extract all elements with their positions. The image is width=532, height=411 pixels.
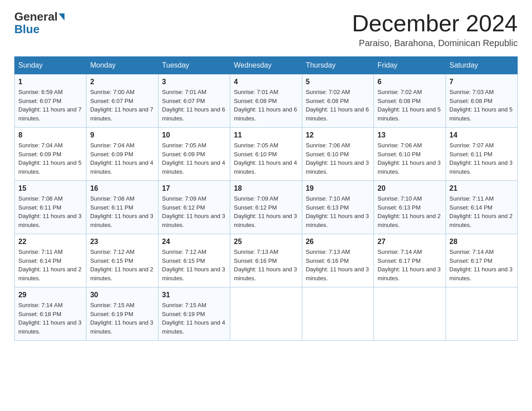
day-info: Sunrise: 7:12 AMSunset: 6:15 PMDaylight:… <box>162 248 226 283</box>
day-number: 4 <box>234 78 298 86</box>
day-info: Sunrise: 7:03 AMSunset: 6:08 PMDaylight:… <box>450 88 514 123</box>
calendar-table: Sunday Monday Tuesday Wednesday Thursday… <box>14 56 518 341</box>
calendar-cell: 19Sunrise: 7:10 AMSunset: 6:13 PMDayligh… <box>302 181 373 234</box>
day-number: 5 <box>306 78 370 86</box>
col-wednesday: Wednesday <box>230 57 302 74</box>
calendar-cell <box>230 287 302 341</box>
logo-arrow-icon <box>59 13 64 21</box>
calendar-cell: 27Sunrise: 7:14 AMSunset: 6:17 PMDayligh… <box>374 234 446 287</box>
calendar-cell: 2Sunrise: 7:00 AMSunset: 6:07 PMDaylight… <box>86 74 158 128</box>
day-info: Sunrise: 7:08 AMSunset: 6:11 PMDaylight:… <box>90 194 154 229</box>
day-info: Sunrise: 7:15 AMSunset: 6:19 PMDaylight:… <box>162 301 226 336</box>
calendar-cell: 16Sunrise: 7:08 AMSunset: 6:11 PMDayligh… <box>86 181 158 234</box>
calendar-week-row: 15Sunrise: 7:08 AMSunset: 6:11 PMDayligh… <box>15 181 518 234</box>
title-block: December 2024 Paraiso, Barahona, Dominic… <box>352 11 518 48</box>
calendar-cell: 14Sunrise: 7:07 AMSunset: 6:11 PMDayligh… <box>446 128 517 181</box>
calendar-cell: 7Sunrise: 7:03 AMSunset: 6:08 PMDaylight… <box>446 74 517 128</box>
calendar-cell: 25Sunrise: 7:13 AMSunset: 6:16 PMDayligh… <box>230 234 302 287</box>
calendar-cell: 4Sunrise: 7:01 AMSunset: 6:08 PMDaylight… <box>230 74 302 128</box>
day-info: Sunrise: 7:13 AMSunset: 6:16 PMDaylight:… <box>306 248 370 283</box>
day-number: 30 <box>90 291 154 299</box>
day-number: 11 <box>234 131 298 139</box>
col-tuesday: Tuesday <box>158 57 230 74</box>
day-number: 3 <box>162 78 226 86</box>
day-info: Sunrise: 7:14 AMSunset: 6:17 PMDaylight:… <box>450 248 514 283</box>
calendar-cell: 5Sunrise: 7:02 AMSunset: 6:08 PMDaylight… <box>302 74 373 128</box>
day-number: 8 <box>18 131 82 139</box>
day-info: Sunrise: 7:10 AMSunset: 6:13 PMDaylight:… <box>378 194 442 229</box>
calendar-cell: 24Sunrise: 7:12 AMSunset: 6:15 PMDayligh… <box>158 234 230 287</box>
calendar-cell: 23Sunrise: 7:12 AMSunset: 6:15 PMDayligh… <box>86 234 158 287</box>
day-info: Sunrise: 7:02 AMSunset: 6:08 PMDaylight:… <box>306 88 370 123</box>
day-info: Sunrise: 7:04 AMSunset: 6:09 PMDaylight:… <box>18 141 82 176</box>
day-number: 6 <box>378 78 442 86</box>
day-info: Sunrise: 7:10 AMSunset: 6:13 PMDaylight:… <box>306 194 370 229</box>
calendar-cell: 26Sunrise: 7:13 AMSunset: 6:16 PMDayligh… <box>302 234 373 287</box>
calendar-week-row: 22Sunrise: 7:11 AMSunset: 6:14 PMDayligh… <box>15 234 518 287</box>
day-info: Sunrise: 7:05 AMSunset: 6:10 PMDaylight:… <box>234 141 298 176</box>
col-sunday: Sunday <box>15 57 86 74</box>
location-title: Paraiso, Barahona, Dominican Republic <box>352 38 518 48</box>
calendar-week-row: 29Sunrise: 7:14 AMSunset: 6:18 PMDayligh… <box>15 287 518 341</box>
calendar-cell: 13Sunrise: 7:06 AMSunset: 6:10 PMDayligh… <box>374 128 446 181</box>
day-number: 19 <box>306 184 370 193</box>
calendar-cell: 20Sunrise: 7:10 AMSunset: 6:13 PMDayligh… <box>374 181 446 234</box>
day-info: Sunrise: 7:02 AMSunset: 6:08 PMDaylight:… <box>378 88 442 123</box>
day-info: Sunrise: 7:09 AMSunset: 6:12 PMDaylight:… <box>234 194 298 229</box>
day-info: Sunrise: 7:13 AMSunset: 6:16 PMDaylight:… <box>234 248 298 283</box>
day-number: 7 <box>450 78 514 86</box>
day-number: 27 <box>378 238 442 246</box>
calendar-cell: 10Sunrise: 7:05 AMSunset: 6:09 PMDayligh… <box>158 128 230 181</box>
day-number: 10 <box>162 131 226 139</box>
col-thursday: Thursday <box>302 57 373 74</box>
calendar-cell <box>302 287 373 341</box>
day-number: 20 <box>378 184 442 193</box>
day-number: 17 <box>162 184 226 193</box>
day-number: 2 <box>90 78 154 86</box>
day-number: 28 <box>450 238 514 246</box>
day-info: Sunrise: 7:12 AMSunset: 6:15 PMDaylight:… <box>90 248 154 283</box>
page-header: General Blue December 2024 Paraiso, Bara… <box>14 11 518 48</box>
day-info: Sunrise: 7:11 AMSunset: 6:14 PMDaylight:… <box>450 194 514 229</box>
calendar-cell: 9Sunrise: 7:04 AMSunset: 6:09 PMDaylight… <box>86 128 158 181</box>
header-row: Sunday Monday Tuesday Wednesday Thursday… <box>15 57 518 74</box>
col-monday: Monday <box>86 57 158 74</box>
month-title: December 2024 <box>352 11 518 36</box>
day-info: Sunrise: 7:07 AMSunset: 6:11 PMDaylight:… <box>450 141 514 176</box>
day-number: 12 <box>306 131 370 139</box>
day-info: Sunrise: 7:05 AMSunset: 6:09 PMDaylight:… <box>162 141 226 176</box>
calendar-body: 1Sunrise: 6:59 AMSunset: 6:07 PMDaylight… <box>15 74 518 341</box>
day-number: 29 <box>18 291 82 299</box>
calendar-cell: 15Sunrise: 7:08 AMSunset: 6:11 PMDayligh… <box>15 181 86 234</box>
day-info: Sunrise: 7:09 AMSunset: 6:12 PMDaylight:… <box>162 194 226 229</box>
day-number: 25 <box>234 238 298 246</box>
logo: General Blue <box>14 11 64 36</box>
day-info: Sunrise: 7:14 AMSunset: 6:17 PMDaylight:… <box>378 248 442 283</box>
day-number: 14 <box>450 131 514 139</box>
logo-blue: Blue <box>14 22 39 36</box>
day-number: 21 <box>450 184 514 193</box>
day-info: Sunrise: 7:04 AMSunset: 6:09 PMDaylight:… <box>90 141 154 176</box>
day-number: 23 <box>90 238 154 246</box>
day-number: 16 <box>90 184 154 193</box>
calendar-cell <box>446 287 517 341</box>
day-info: Sunrise: 7:01 AMSunset: 6:08 PMDaylight:… <box>234 88 298 123</box>
day-number: 22 <box>18 238 82 246</box>
day-number: 24 <box>162 238 226 246</box>
calendar-cell: 12Sunrise: 7:06 AMSunset: 6:10 PMDayligh… <box>302 128 373 181</box>
calendar-cell: 29Sunrise: 7:14 AMSunset: 6:18 PMDayligh… <box>15 287 86 341</box>
calendar-week-row: 8Sunrise: 7:04 AMSunset: 6:09 PMDaylight… <box>15 128 518 181</box>
calendar-cell: 11Sunrise: 7:05 AMSunset: 6:10 PMDayligh… <box>230 128 302 181</box>
calendar-cell: 17Sunrise: 7:09 AMSunset: 6:12 PMDayligh… <box>158 181 230 234</box>
day-number: 26 <box>306 238 370 246</box>
day-number: 9 <box>90 131 154 139</box>
calendar-header: Sunday Monday Tuesday Wednesday Thursday… <box>15 57 518 74</box>
day-number: 15 <box>18 184 82 193</box>
calendar-week-row: 1Sunrise: 6:59 AMSunset: 6:07 PMDaylight… <box>15 74 518 128</box>
day-info: Sunrise: 6:59 AMSunset: 6:07 PMDaylight:… <box>18 88 82 123</box>
calendar-cell: 3Sunrise: 7:01 AMSunset: 6:07 PMDaylight… <box>158 74 230 128</box>
calendar-cell: 1Sunrise: 6:59 AMSunset: 6:07 PMDaylight… <box>15 74 86 128</box>
day-number: 31 <box>162 291 226 299</box>
logo-text: General <box>14 11 64 22</box>
day-info: Sunrise: 7:11 AMSunset: 6:14 PMDaylight:… <box>18 248 82 283</box>
